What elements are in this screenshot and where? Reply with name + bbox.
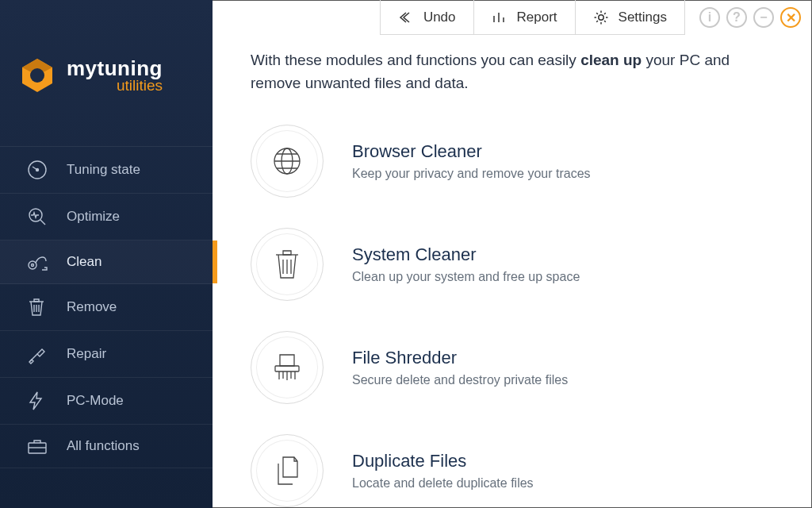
main-panel: With these modules and functions you can… xyxy=(213,35,812,508)
help-icon: ? xyxy=(733,10,741,25)
undo-button[interactable]: Undo xyxy=(381,0,474,34)
module-system-cleaner[interactable]: System Cleaner Clean up your system and … xyxy=(251,217,780,320)
minimize-button[interactable]: − xyxy=(753,7,774,28)
logo-icon xyxy=(19,57,56,94)
duplicate-icon xyxy=(251,434,324,507)
module-desc: Secure delete and destroy private files xyxy=(352,373,568,387)
sidebar-item-label: Repair xyxy=(67,346,106,362)
toolbox-icon xyxy=(27,437,49,455)
globe-icon xyxy=(251,125,324,198)
minimize-icon: − xyxy=(760,10,767,25)
module-browser-cleaner[interactable]: Browser Cleaner Keep your privacy and re… xyxy=(251,117,780,217)
module-file-shredder[interactable]: File Shredder Secure delete and destroy … xyxy=(251,320,780,423)
info-icon: i xyxy=(708,10,711,25)
settings-label: Settings xyxy=(619,10,667,25)
svg-point-9 xyxy=(32,264,34,267)
sidebar-item-label: Clean xyxy=(67,254,102,270)
module-title: Duplicate Files xyxy=(352,451,534,471)
sidebar-item-tuning-state[interactable]: Tuning state xyxy=(0,146,213,194)
trash-icon xyxy=(27,297,49,318)
module-duplicate-files[interactable]: Duplicate Files Locate and delete duplic… xyxy=(251,423,780,508)
close-icon: ✕ xyxy=(786,10,796,25)
screwdriver-icon xyxy=(27,344,49,364)
sidebar-item-label: All functions xyxy=(67,438,140,454)
settings-button[interactable]: Settings xyxy=(576,0,684,34)
gauge-icon xyxy=(27,160,49,180)
sidebar: mytuning utilities Tuning state Optimize… xyxy=(0,0,213,508)
report-icon xyxy=(492,10,508,25)
info-button[interactable]: i xyxy=(699,7,720,28)
top-toolbar: Undo Report Settings i ? − ✕ xyxy=(213,0,812,35)
report-button[interactable]: Report xyxy=(474,0,576,34)
svg-point-6 xyxy=(36,169,39,171)
svg-point-4 xyxy=(30,68,44,83)
svg-point-1 xyxy=(598,14,603,19)
app-logo: mytuning utilities xyxy=(0,0,213,119)
sidebar-item-pc-mode[interactable]: PC-Mode xyxy=(0,378,213,425)
module-desc: Keep your privacy and remove your traces xyxy=(352,167,591,181)
svg-rect-13 xyxy=(275,366,299,371)
sidebar-item-label: Optimize xyxy=(67,209,120,225)
sidebar-item-label: Remove xyxy=(67,299,117,315)
sidebar-item-remove[interactable]: Remove xyxy=(0,284,213,331)
sidebar-item-all-functions[interactable]: All functions xyxy=(0,425,213,468)
close-button[interactable]: ✕ xyxy=(780,7,801,28)
module-title: File Shredder xyxy=(352,348,568,368)
bolt-icon xyxy=(27,391,49,411)
help-button[interactable]: ? xyxy=(726,7,747,28)
sidebar-item-clean[interactable]: Clean xyxy=(0,241,213,284)
module-desc: Locate and delete duplicate files xyxy=(352,476,534,491)
undo-label: Undo xyxy=(423,10,456,25)
sidebar-menu: Tuning state Optimize Clean Remove Repai xyxy=(0,146,213,468)
sidebar-item-optimize[interactable]: Optimize xyxy=(0,194,213,241)
logo-title: mytuning xyxy=(67,58,163,79)
module-desc: Clean up your system and free up space xyxy=(352,270,580,284)
trash-icon xyxy=(251,228,324,301)
sidebar-item-label: Tuning state xyxy=(67,162,140,178)
intro-text: With these modules and functions you can… xyxy=(251,49,780,94)
gear-icon xyxy=(593,10,609,25)
sidebar-item-repair[interactable]: Repair xyxy=(0,331,213,378)
vacuum-icon xyxy=(27,253,49,271)
report-label: Report xyxy=(517,10,557,25)
undo-icon xyxy=(398,11,414,24)
sidebar-item-label: PC-Mode xyxy=(67,393,124,409)
module-title: Browser Cleaner xyxy=(352,141,591,162)
magnifier-pulse-icon xyxy=(27,206,49,227)
module-title: System Cleaner xyxy=(352,244,580,265)
shredder-icon xyxy=(251,331,324,404)
